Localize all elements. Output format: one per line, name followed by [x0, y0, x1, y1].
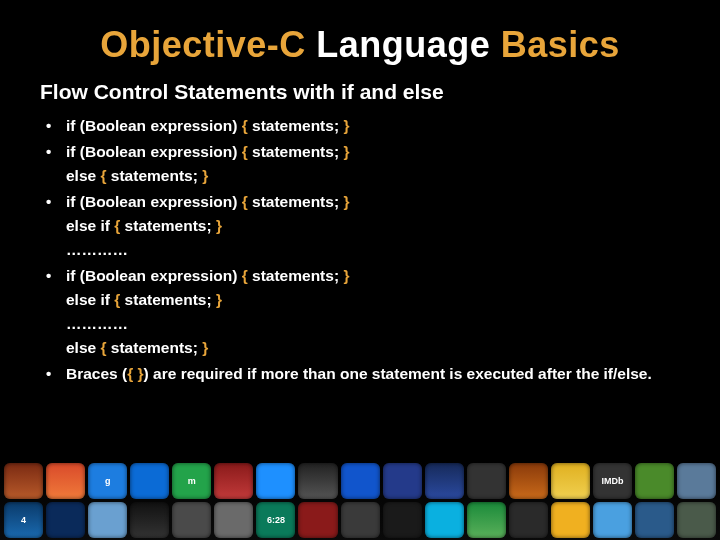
- app-icon: [551, 502, 590, 538]
- app-icon: [298, 502, 337, 538]
- app-icon: [677, 502, 716, 538]
- bullet-line: else if { statements; }: [66, 288, 686, 312]
- app-icon: [256, 463, 295, 499]
- slide-title: Objective-C Language Basics: [34, 24, 686, 66]
- app-icon: [130, 502, 169, 538]
- bullet-line: Braces ({ }) are required if more than o…: [66, 365, 652, 382]
- bullet-item: if (Boolean expression) { statements; }e…: [40, 190, 686, 262]
- app-icon: [214, 502, 253, 538]
- title-part-2: Language: [316, 24, 490, 65]
- app-icon: [677, 463, 716, 499]
- bullet-line: …………: [66, 238, 686, 262]
- app-icon: [593, 502, 632, 538]
- app-icon: [467, 463, 506, 499]
- bullet-line: if (Boolean expression) { statements; }: [66, 193, 349, 210]
- dock-row: gmIMDb: [4, 463, 716, 499]
- dock-row: 46:28: [4, 502, 716, 538]
- app-icon: m: [172, 463, 211, 499]
- app-icon: [467, 502, 506, 538]
- bullet-line: else if { statements; }: [66, 214, 686, 238]
- app-icon: [509, 463, 548, 499]
- app-icon: [635, 502, 674, 538]
- bullet-line: …………: [66, 312, 686, 336]
- app-icon: 4: [4, 502, 43, 538]
- app-icon: [4, 463, 43, 499]
- app-icon: [425, 502, 464, 538]
- app-icon: [298, 463, 337, 499]
- app-icon: [341, 502, 380, 538]
- title-part-1: Objective-C: [100, 24, 306, 65]
- app-icon: [130, 463, 169, 499]
- app-icon: [383, 502, 422, 538]
- app-icon: [172, 502, 211, 538]
- bullet-item: if (Boolean expression) { statements; }e…: [40, 264, 686, 360]
- app-icon: [425, 463, 464, 499]
- bullet-line: if (Boolean expression) { statements; }: [66, 117, 349, 134]
- app-icon: [551, 463, 590, 499]
- slide: Objective-C Language Basics Flow Control…: [0, 0, 720, 540]
- bullet-line: if (Boolean expression) { statements; }: [66, 143, 349, 160]
- bullet-list: if (Boolean expression) { statements; }i…: [40, 114, 686, 386]
- bullet-line: else { statements; }: [66, 336, 686, 360]
- app-icon: [214, 463, 253, 499]
- app-icon: [341, 463, 380, 499]
- app-icon: IMDb: [593, 463, 632, 499]
- bullet-item: if (Boolean expression) { statements; }: [40, 114, 686, 138]
- app-icon: [635, 463, 674, 499]
- bullet-item: Braces ({ }) are required if more than o…: [40, 362, 686, 386]
- title-part-3: Basics: [501, 24, 620, 65]
- app-icon: [509, 502, 548, 538]
- app-icon: [46, 463, 85, 499]
- slide-subtitle: Flow Control Statements with if and else: [40, 80, 686, 104]
- app-icon: [46, 502, 85, 538]
- app-icon: g: [88, 463, 127, 499]
- app-icon: 6:28: [256, 502, 295, 538]
- app-icon: [383, 463, 422, 499]
- app-icon: [88, 502, 127, 538]
- bullet-line: else { statements; }: [66, 164, 686, 188]
- bullet-item: if (Boolean expression) { statements; }e…: [40, 140, 686, 188]
- bullet-line: if (Boolean expression) { statements; }: [66, 267, 349, 284]
- dock-icon-strip: gmIMDb46:28: [0, 462, 720, 540]
